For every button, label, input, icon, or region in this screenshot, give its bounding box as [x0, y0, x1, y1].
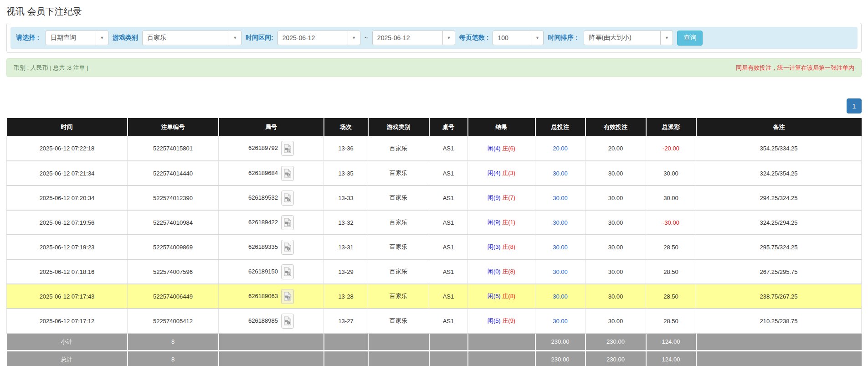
- date-from-select[interactable]: 2025-06-12 ▼: [277, 31, 360, 45]
- total-bet-link[interactable]: 30.00: [553, 170, 568, 177]
- cell-table-no: AS1: [429, 284, 468, 309]
- cell-total-bet: 30.00: [535, 309, 586, 333]
- cell-time: 2025-06-12 07:19:56: [7, 210, 128, 235]
- query-type-label: 请选择：: [16, 34, 41, 42]
- cell-payout: 30.00: [646, 186, 696, 210]
- col-header-round: 局号: [219, 118, 324, 136]
- table-row: 2025-06-12 07:18:16 522574007596 6261891…: [7, 259, 862, 284]
- cell-total-bet: 30.00: [535, 235, 586, 259]
- cell-bet-id: 522574015801: [128, 136, 219, 161]
- col-header-time: 时间: [7, 118, 128, 136]
- filter-bar: 请选择： 日期查询 ▼ 游戏类别 百家乐 ▼ 时间区间: 2025-06-12 …: [10, 27, 858, 49]
- pagination: 1: [6, 98, 862, 113]
- cell-table-no: AS1: [429, 259, 468, 284]
- video-replay-button[interactable]: [281, 141, 294, 156]
- query-type-select[interactable]: 日期查询 ▼: [46, 31, 108, 45]
- table-row: 2025-06-12 07:21:34 522574014440 6261896…: [7, 161, 862, 186]
- chevron-down-icon: ▼: [229, 31, 241, 45]
- total-count: 8: [128, 351, 219, 366]
- subtotal-label: 小计: [7, 333, 128, 351]
- cell-valid-bet: 30.00: [586, 284, 646, 309]
- result-player: 闲(5): [488, 293, 501, 299]
- total-bet-link[interactable]: 20.00: [553, 145, 568, 152]
- col-header-remark: 备注: [696, 118, 862, 136]
- round-number: 626188985: [248, 317, 278, 324]
- col-header-valid-bet: 有效投注: [586, 118, 646, 136]
- cell-game-type: 百家乐: [368, 259, 429, 284]
- cell-game-type: 百家乐: [368, 284, 429, 309]
- result-player: 闲(4): [488, 170, 501, 176]
- page-size-select[interactable]: 100 ▼: [493, 31, 544, 45]
- page: 视讯 会员下注纪录 请选择： 日期查询 ▼ 游戏类别 百家乐 ▼ 时间区间: 2…: [0, 5, 868, 366]
- subtotal-payout: 124.00: [646, 333, 696, 351]
- cell-result: 闲(3) 庄(8): [468, 235, 535, 259]
- date-to-select[interactable]: 2025-06-12 ▼: [372, 31, 455, 45]
- time-sort-select[interactable]: 降幂(由大到小) ▼: [584, 31, 673, 45]
- cell-game-type: 百家乐: [368, 186, 429, 210]
- cell-round: 626189335: [219, 235, 324, 259]
- video-replay-button[interactable]: [281, 314, 294, 329]
- cell-time: 2025-06-12 07:20:34: [7, 186, 128, 210]
- video-replay-button[interactable]: [281, 240, 294, 255]
- total-bet-link[interactable]: 30.00: [553, 195, 568, 201]
- time-sort-label: 时间排序：: [548, 34, 580, 42]
- total-bet-link[interactable]: 30.00: [553, 219, 568, 226]
- round-number: 626189150: [248, 268, 278, 274]
- result-banker: 庄(1): [502, 219, 515, 226]
- cell-game-type: 百家乐: [368, 136, 429, 161]
- subtotal-count: 8: [128, 333, 219, 351]
- cell-round: 626188985: [219, 309, 324, 333]
- chevron-down-icon: ▼: [442, 31, 455, 45]
- page-title: 视讯 会员下注纪录: [6, 5, 862, 18]
- subtotal-empty-result: [468, 333, 535, 351]
- subtotal-total-bet: 230.00: [535, 333, 586, 351]
- cell-table-no: AS1: [429, 235, 468, 259]
- cell-payout: -30.00: [646, 210, 696, 235]
- col-header-bet-id: 注单编号: [128, 118, 219, 136]
- cell-valid-bet: 30.00: [586, 210, 646, 235]
- cell-valid-bet: 30.00: [586, 235, 646, 259]
- game-type-select[interactable]: 百家乐 ▼: [142, 31, 241, 45]
- cell-valid-bet: 30.00: [586, 186, 646, 210]
- video-file-icon: [284, 242, 291, 252]
- chevron-down-icon: ▼: [531, 31, 543, 45]
- cell-remark: 294.25/324.25: [696, 186, 862, 210]
- col-header-total-bet: 总投注: [535, 118, 586, 136]
- cell-table-no: AS1: [429, 186, 468, 210]
- col-header-game-type: 游戏类别: [368, 118, 429, 136]
- cell-bet-id: 522574010984: [128, 210, 219, 235]
- total-bet-link[interactable]: 30.00: [553, 293, 568, 300]
- cell-table-no: AS1: [429, 161, 468, 186]
- video-replay-button[interactable]: [281, 289, 294, 304]
- cell-payout: 28.50: [646, 235, 696, 259]
- cell-remark: 324.25/354.25: [696, 161, 862, 186]
- total-bet-link[interactable]: 30.00: [553, 318, 568, 325]
- video-replay-button[interactable]: [281, 215, 294, 230]
- result-banker: 庄(8): [502, 293, 515, 299]
- total-valid-bet: 230.00: [586, 351, 646, 366]
- search-button[interactable]: 查询: [677, 31, 703, 46]
- date-to-value: 2025-06-12: [373, 31, 442, 45]
- subtotal-empty-table: [429, 333, 468, 351]
- game-type-label: 游戏类别: [113, 34, 138, 42]
- total-bet-link[interactable]: 30.00: [553, 244, 568, 251]
- cell-session: 13-32: [324, 210, 368, 235]
- result-player: 闲(9): [488, 219, 501, 226]
- total-bet-link[interactable]: 30.00: [553, 268, 568, 275]
- result-player: 闲(5): [488, 317, 501, 324]
- cell-total-bet: 30.00: [535, 210, 586, 235]
- cell-remark: 267.25/295.75: [696, 259, 862, 284]
- subtotal-empty-session: [324, 333, 368, 351]
- cell-remark: 324.25/294.25: [696, 210, 862, 235]
- total-empty-result: [468, 351, 535, 366]
- video-replay-button[interactable]: [281, 166, 294, 181]
- video-replay-button[interactable]: [281, 264, 294, 279]
- total-payout: 124.00: [646, 351, 696, 366]
- video-file-icon: [284, 267, 291, 276]
- bet-records-table: 时间 注单编号 局号 场次 游戏类别 桌号 结果 总投注 有效投注 总派彩 备注…: [6, 118, 862, 366]
- video-replay-button[interactable]: [281, 191, 294, 206]
- page-1-button[interactable]: 1: [847, 98, 862, 113]
- subtotal-row: 小计 8 230.00 230.00 124.00: [7, 333, 862, 351]
- table-header-row: 时间 注单编号 局号 场次 游戏类别 桌号 结果 总投注 有效投注 总派彩 备注: [7, 118, 862, 136]
- result-banker: 庄(7): [502, 194, 515, 201]
